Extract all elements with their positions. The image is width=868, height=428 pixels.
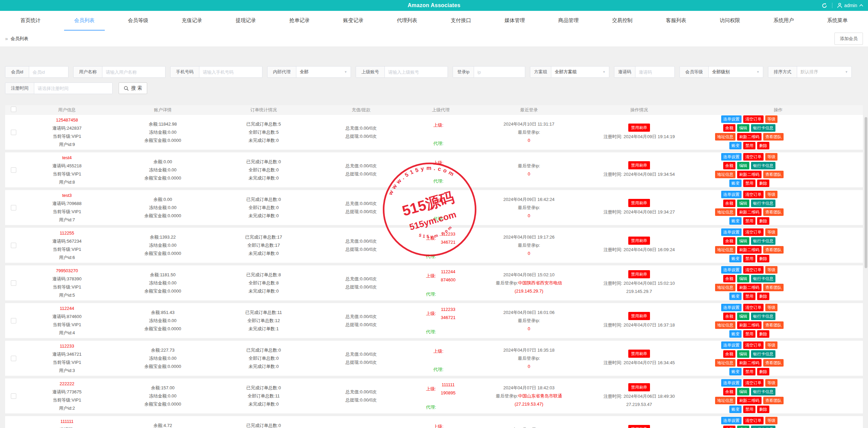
nav-tab[interactable]: 充值记录 — [172, 11, 212, 31]
action-button[interactable]: 清空订单 — [743, 153, 764, 161]
nav-tab[interactable]: 访问权限 — [710, 11, 750, 31]
action-button[interactable]: 禁用 — [743, 368, 755, 375]
action-button[interactable]: 删除 — [757, 293, 769, 300]
action-button[interactable]: 禁用 — [743, 217, 755, 225]
select-all-checkbox[interactable] — [11, 107, 16, 112]
ban-brush-order-button[interactable]: 禁用刷单 — [628, 124, 650, 132]
action-button[interactable]: 删除 — [757, 368, 769, 375]
action-button[interactable]: 编辑 — [737, 200, 749, 207]
filter-input[interactable] — [199, 67, 262, 77]
ban-brush-order-button[interactable]: 禁用刷单 — [628, 350, 650, 358]
action-button[interactable]: 等级 — [765, 341, 777, 349]
action-button[interactable]: 刷新二维码 — [737, 171, 762, 178]
nav-tab[interactable]: 抢单记录 — [279, 11, 320, 31]
action-button[interactable]: 银行卡信息 — [751, 426, 775, 428]
row-checkbox[interactable] — [11, 130, 16, 135]
action-button[interactable]: 编辑 — [737, 275, 749, 282]
nav-tab[interactable]: 系统菜单 — [817, 11, 858, 31]
action-button[interactable]: 删除 — [757, 180, 769, 187]
action-button[interactable]: 禁用 — [743, 293, 755, 300]
ban-brush-order-button[interactable]: 禁用刷单 — [628, 270, 650, 278]
action-button[interactable]: 编辑 — [737, 162, 749, 169]
action-button[interactable]: 刷新二维码 — [737, 208, 762, 216]
action-button[interactable]: 等级 — [765, 153, 777, 161]
action-button[interactable]: 禁用 — [743, 406, 755, 413]
action-button[interactable]: 银行卡信息 — [751, 200, 775, 207]
action-button[interactable]: 地址信息 — [715, 208, 735, 216]
action-button[interactable]: 编辑 — [737, 237, 749, 245]
action-button[interactable]: 编辑 — [737, 350, 749, 358]
action-button[interactable]: 查看团队 — [763, 171, 784, 178]
action-button[interactable]: 余额 — [723, 200, 735, 207]
nav-tab[interactable]: 代理列表 — [387, 11, 428, 31]
action-button[interactable]: 清空订单 — [743, 266, 764, 274]
action-button[interactable]: 清空订单 — [743, 379, 764, 387]
action-button[interactable]: 清空订单 — [743, 341, 764, 349]
filter-input[interactable] — [635, 67, 674, 77]
action-button[interactable]: 地址信息 — [715, 171, 735, 178]
nav-tab[interactable]: 媒体管理 — [494, 11, 535, 31]
action-button[interactable]: 查看团队 — [763, 397, 784, 404]
admin-menu[interactable]: admin — [837, 3, 863, 8]
action-button[interactable]: 银行卡信息 — [751, 388, 775, 395]
row-checkbox[interactable] — [11, 167, 16, 173]
action-button[interactable]: 查看团队 — [763, 208, 784, 216]
action-button[interactable]: 银行卡信息 — [751, 237, 775, 245]
filter-select[interactable]: 全部方案组▼ — [551, 67, 609, 77]
refresh-icon[interactable] — [822, 3, 827, 8]
nav-tab[interactable]: 客服列表 — [656, 11, 696, 31]
action-button[interactable]: 编辑 — [737, 313, 749, 320]
action-button[interactable]: 账变 — [729, 330, 742, 338]
action-button[interactable]: 账变 — [729, 217, 742, 225]
filter-select[interactable]: 默认排序▼ — [797, 67, 851, 77]
row-checkbox[interactable] — [11, 243, 16, 248]
action-button[interactable]: 查看团队 — [763, 284, 784, 291]
filter-select[interactable]: 全部▼ — [296, 67, 351, 77]
action-button[interactable]: 删除 — [757, 330, 769, 338]
action-button[interactable]: 余额 — [723, 124, 735, 132]
action-button[interactable]: 账变 — [729, 142, 742, 149]
nav-tab[interactable]: 会员等级 — [118, 11, 158, 31]
action-button[interactable]: 编辑 — [737, 124, 749, 132]
action-button[interactable]: 余额 — [723, 162, 735, 169]
action-button[interactable]: 禁用 — [743, 180, 755, 187]
action-button[interactable]: 删除 — [757, 142, 769, 149]
action-button[interactable]: 余额 — [723, 388, 735, 395]
action-button[interactable]: 等级 — [765, 191, 777, 198]
action-button[interactable]: 账变 — [729, 255, 742, 262]
nav-tab[interactable]: 交易控制 — [602, 11, 643, 31]
nav-tab[interactable]: 提现记录 — [225, 11, 266, 31]
add-member-button[interactable]: 添加会员 — [834, 33, 863, 45]
filter-select[interactable]: 全部级别▼ — [709, 67, 763, 77]
filter-input[interactable] — [102, 67, 165, 77]
ban-brush-order-button[interactable]: 禁用刷单 — [628, 161, 650, 169]
action-button[interactable]: 清空订单 — [743, 417, 764, 424]
row-checkbox[interactable] — [11, 356, 16, 361]
row-checkbox[interactable] — [11, 393, 16, 399]
action-button[interactable]: 连单设置 — [721, 228, 742, 236]
scrollbar-thumb[interactable] — [865, 117, 867, 268]
row-checkbox[interactable] — [11, 205, 16, 210]
action-button[interactable]: 连单设置 — [721, 304, 742, 311]
action-button[interactable]: 清空订单 — [743, 115, 764, 123]
filter-input[interactable] — [385, 67, 448, 77]
ban-brush-order-button[interactable]: 禁用刷单 — [628, 425, 650, 428]
action-button[interactable]: 刷新二维码 — [737, 133, 762, 141]
action-button[interactable]: 等级 — [765, 228, 777, 236]
nav-tab[interactable]: 首页统计 — [10, 11, 51, 31]
action-button[interactable]: 连单设置 — [721, 341, 742, 349]
action-button[interactable]: 清空订单 — [743, 304, 764, 311]
action-button[interactable]: 等级 — [765, 115, 777, 123]
filter-input[interactable] — [29, 67, 68, 77]
action-button[interactable]: 等级 — [765, 417, 777, 424]
action-button[interactable]: 刷新二维码 — [737, 246, 762, 254]
action-button[interactable]: 账变 — [729, 180, 742, 187]
action-button[interactable]: 余额 — [723, 350, 735, 358]
action-button[interactable]: 连单设置 — [721, 153, 742, 161]
action-button[interactable]: 刷新二维码 — [737, 284, 762, 291]
action-button[interactable]: 编辑 — [737, 388, 749, 395]
action-button[interactable]: 地址信息 — [715, 321, 735, 329]
action-button[interactable]: 账变 — [729, 406, 742, 413]
register-time-input[interactable] — [34, 83, 112, 94]
ban-brush-order-button[interactable]: 禁用刷单 — [628, 383, 650, 391]
